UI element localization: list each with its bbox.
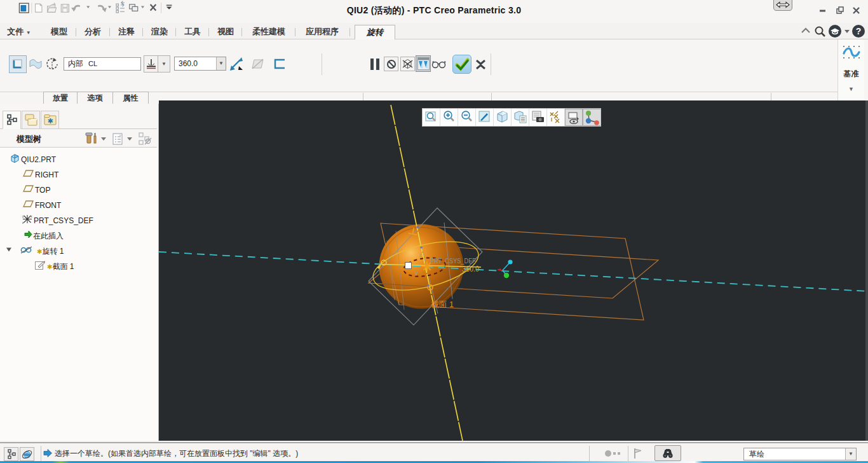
svg-text:✱: ✱: [47, 117, 53, 125]
svg-text:z: z: [419, 252, 422, 258]
svg-text:?: ?: [856, 26, 862, 36]
svg-text:截面 1: 截面 1: [431, 300, 454, 309]
svg-text:PRT_CSYS_DEF: PRT_CSYS_DEF: [430, 257, 476, 265]
svg-text:360.0: 360.0: [462, 265, 479, 273]
svg-text:y: y: [22, 214, 24, 218]
svg-text:x: x: [31, 214, 32, 218]
svg-text:y: y: [415, 270, 418, 276]
